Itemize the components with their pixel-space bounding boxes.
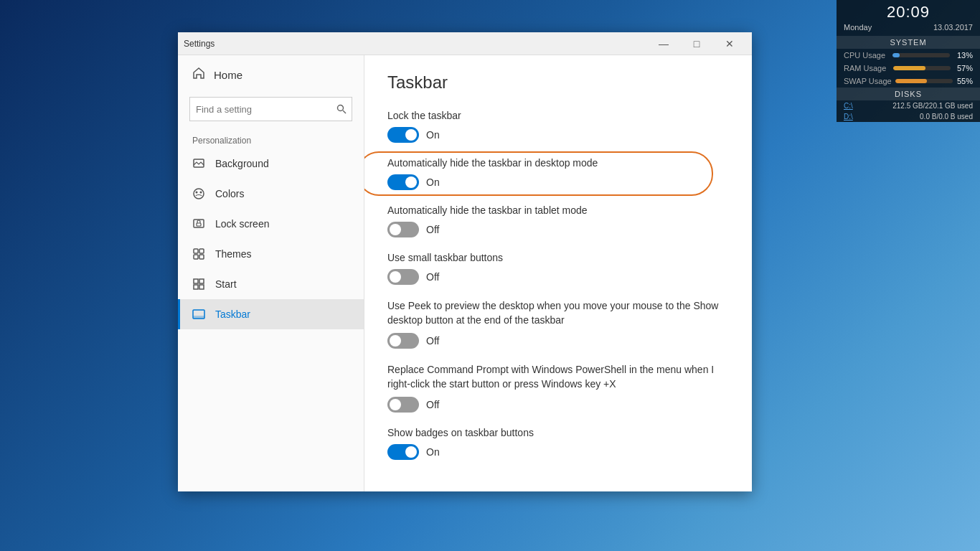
svg-rect-17 [193,316,204,319]
peek-toggle[interactable] [387,333,419,349]
page-title: Taskbar [387,72,729,93]
ram-bar-container [893,66,951,70]
settings-sidebar: Home Personalization [178,55,364,491]
search-box[interactable] [189,97,352,121]
peek-label: Use Peek to preview the desktop when you… [387,299,729,327]
disks-section-title: DISKS [837,88,980,100]
toggle-knob [405,129,417,141]
home-label: Home [214,69,242,81]
sidebar-item-home[interactable]: Home [178,55,364,94]
sidebar-item-background[interactable]: Background [178,149,364,179]
setting-badges: Show badges on taskbar buttons On [387,427,729,460]
disk-c-value: 212.5 GB/220.1 GB used [892,102,973,110]
svg-rect-11 [199,255,204,259]
date-display: Monday 13.03.2017 [837,23,980,36]
colors-icon [192,187,205,200]
system-section-title: SYSTEM [837,36,980,49]
sidebar-lock-screen-label: Lock screen [215,218,269,230]
hide-tablet-toggle[interactable] [387,222,419,237]
svg-rect-14 [194,285,198,289]
title-bar: Settings — □ ✕ [178,32,752,55]
cpu-label: CPU Usage [844,51,885,60]
ram-bar [893,66,926,70]
svg-rect-12 [194,279,198,283]
sidebar-item-start[interactable]: Start [178,269,364,299]
toggle-knob-4 [390,271,401,283]
badges-state: On [426,446,440,458]
hide-tablet-state: Off [426,224,439,235]
disk-c-row: C:\ 212.5 GB/220.1 GB used [837,100,980,111]
svg-point-5 [200,192,202,194]
hide-desktop-toggle-row: On [387,174,729,190]
cpu-value: 13% [957,51,973,60]
desktop: 20:09 Monday 13.03.2017 SYSTEM CPU Usage… [0,0,980,551]
sidebar-item-themes[interactable]: Themes [178,239,364,269]
setting-powershell: Replace Command Prompt with Windows Powe… [387,363,729,413]
search-button[interactable] [331,98,352,121]
window-title: Settings [184,39,215,49]
search-input[interactable] [190,100,331,119]
day-label: Monday [844,23,872,32]
sidebar-start-label: Start [215,278,237,290]
lock-screen-icon [192,217,205,230]
setting-hide-tablet: Automatically hide the taskbar in tablet… [387,204,729,237]
minimize-button[interactable]: — [647,32,680,55]
small-buttons-state: Off [426,271,439,283]
powershell-state: Off [426,399,439,410]
close-button[interactable]: ✕ [713,32,746,55]
toggle-knob-6 [390,399,401,410]
settings-window: Settings — □ ✕ Home [178,32,752,491]
setting-small-buttons: Use small taskbar buttons Off [387,252,729,285]
hide-tablet-toggle-row: Off [387,222,729,237]
lock-taskbar-toggle-row: On [387,127,729,143]
main-content: Taskbar Lock the taskbar On Automaticall… [364,55,752,491]
small-buttons-toggle-row: Off [387,269,729,285]
swap-row: SWAP Usage 55% [837,75,980,88]
svg-rect-7 [197,223,201,226]
svg-point-3 [194,189,204,199]
small-buttons-label: Use small taskbar buttons [387,252,729,263]
sidebar-taskbar-label: Taskbar [215,309,250,320]
sidebar-item-taskbar[interactable]: Taskbar [178,299,364,329]
svg-rect-13 [199,279,204,283]
disk-d-value: 0.0 B/0.0 B used [920,113,973,121]
clock-display: 20:09 [837,0,980,23]
lock-taskbar-label: Lock the taskbar [387,110,729,121]
sidebar-section-label: Personalization [178,130,364,149]
swap-label: SWAP Usage [844,77,892,85]
badges-label: Show badges on taskbar buttons [387,427,729,438]
home-icon [192,67,205,83]
badges-toggle-row: On [387,444,729,460]
svg-rect-10 [194,255,198,259]
toggle-knob-7 [405,446,417,458]
sidebar-background-label: Background [215,158,269,169]
swap-bar-container [895,79,953,83]
system-widget: 20:09 Monday 13.03.2017 SYSTEM CPU Usage… [837,0,980,122]
hide-desktop-toggle[interactable] [387,174,419,190]
lock-taskbar-state: On [426,129,440,141]
powershell-toggle[interactable] [387,397,419,413]
sidebar-item-colors[interactable]: Colors [178,179,364,209]
ram-label: RAM Usage [844,64,886,72]
cpu-bar [892,53,900,57]
powershell-toggle-row: Off [387,397,729,413]
disk-d-label: D:\ [844,113,853,121]
date-label: 13.03.2017 [933,23,973,32]
taskbar-icon [192,308,205,321]
ram-value: 57% [957,64,973,72]
badges-toggle[interactable] [387,444,419,460]
disk-d-row: D:\ 0.0 B/0.0 B used [837,111,980,122]
sidebar-colors-label: Colors [215,188,244,199]
window-controls: — □ ✕ [647,32,746,55]
sidebar-item-lock-screen[interactable]: Lock screen [178,209,364,239]
setting-peek: Use Peek to preview the desktop when you… [387,299,729,349]
swap-bar [895,79,927,83]
maximize-button[interactable]: □ [680,32,713,55]
peek-toggle-row: Off [387,333,729,349]
svg-point-0 [338,105,344,111]
svg-line-1 [343,110,346,113]
hide-tablet-label: Automatically hide the taskbar in tablet… [387,204,729,216]
small-buttons-toggle[interactable] [387,269,419,285]
start-icon [192,278,205,291]
lock-taskbar-toggle[interactable] [387,127,419,143]
